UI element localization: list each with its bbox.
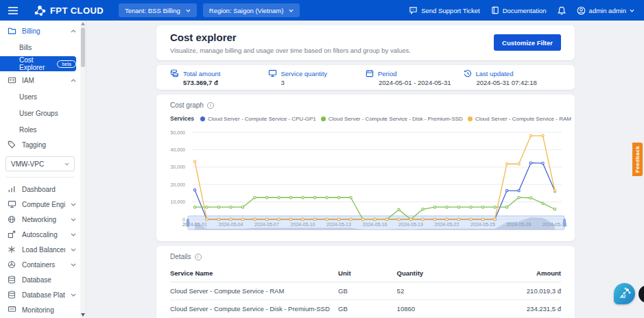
sidebar-item-containers[interactable]: Containers (0, 257, 80, 272)
networking-icon (7, 215, 16, 223)
last-updated-value: 2024-05-31 07:42:18 (464, 79, 562, 86)
summary-card: Total amount 573.369,7 đ Service quantit… (156, 65, 575, 90)
sidebar-item-database[interactable]: Database (0, 272, 80, 287)
svg-text:40,000: 40,000 (171, 147, 186, 152)
navbar-left: FPT CLOUD Tenant: BSS Billing Region: Sa… (0, 3, 300, 17)
sidebar-section-iam[interactable]: IAM (0, 73, 80, 88)
navbar-right: Send Support Ticket Documentation admin … (409, 6, 644, 15)
details-table: Service Name Unit Quantity Amount Cloud … (170, 265, 561, 318)
chevron-up-icon (71, 79, 76, 82)
table-row[interactable]: Cloud Server - Compute Service - Disk - … (170, 300, 561, 318)
chevron-down-icon (71, 218, 76, 221)
details-card: Details Service Name Unit Quantity Amoun… (156, 246, 575, 318)
legend-dot-yellow (468, 117, 473, 121)
sidebar-item-tagging[interactable]: Tagging (0, 137, 80, 152)
stat-period: Period 2024-05-01 - 2024-05-31 (366, 69, 464, 86)
support-ticket-icon (409, 6, 418, 14)
cost-graph-title-row: Cost graph (170, 101, 561, 109)
user-menu[interactable]: admin admin (577, 6, 634, 15)
svg-text:20,000: 20,000 (171, 182, 186, 187)
scroll-up-arrow[interactable] (81, 22, 85, 25)
stat-last-updated: Last updated 2024-05-31 07:42:18 (464, 69, 562, 86)
page-header-card: Cost explorer Visualize, manage billing … (156, 25, 575, 60)
table-row[interactable]: Cloud Server - Compute Service - RAM GB … (170, 282, 561, 300)
ai-molecule-icon: AI (618, 287, 632, 301)
chevron-down-icon (71, 233, 76, 236)
service-quantity-value: 3 (268, 79, 366, 86)
customize-filter-button[interactable]: Customize Filter (494, 34, 561, 51)
calendar-icon (366, 69, 374, 77)
user-name: admin admin (589, 7, 626, 14)
svg-text:50,000: 50,000 (171, 130, 186, 135)
coins-icon (170, 69, 179, 77)
region-selector[interactable]: Region: Saigon (Vietnam) (203, 3, 300, 17)
history-icon (464, 69, 472, 77)
sidebar-item-bills[interactable]: Bills (0, 40, 80, 55)
notifications-bell-icon[interactable] (558, 6, 566, 15)
sidebar-item-autoscaling[interactable]: Autoscaling (0, 227, 80, 242)
sidebar-item-load-balancer[interactable]: Load Balancer (0, 242, 80, 257)
sidebar-item-networking[interactable]: Networking (0, 212, 80, 227)
chevron-down-icon (71, 263, 76, 267)
containers-icon (7, 260, 16, 269)
top-navbar: FPT CLOUD Tenant: BSS Billing Region: Sa… (0, 0, 644, 21)
sidebar-item-dashboard[interactable]: Dashboard (0, 182, 80, 197)
legend-item-disk[interactable]: Cloud Server - Compute Service - Disk - … (321, 116, 463, 122)
period-value: 2024-05-01 - 2024-05-31 (366, 79, 464, 86)
load-balancer-icon (7, 245, 16, 254)
chevron-up-icon (71, 29, 76, 33)
stat-service-quantity: Service quantity 3 (268, 69, 366, 86)
sidebar-item-database-platform[interactable]: Database Platform (0, 287, 80, 302)
scrollbar-thumb[interactable] (81, 27, 85, 67)
total-amount-value: 573.369,7 đ (170, 79, 268, 86)
legend-item-cpu[interactable]: Cloud Server - Compute Service - CPU-GP1 (200, 116, 316, 122)
sidebar-item-roles[interactable]: Roles (0, 122, 80, 137)
col-service-name: Service Name (170, 265, 338, 282)
vpc-selector[interactable]: VMW-VPC (5, 156, 75, 171)
tenant-selector[interactable]: Tenant: BSS Billing (119, 3, 197, 17)
legend-dot-blue (200, 117, 205, 121)
legend-item-ram[interactable]: Cloud Server - Compute Service - RAM (468, 116, 571, 122)
compute-engine-icon (7, 200, 16, 208)
col-amount: Amount (483, 265, 561, 282)
send-support-ticket-link[interactable]: Send Support Ticket (409, 6, 480, 14)
user-avatar-icon (577, 6, 586, 15)
monitor-icon (268, 69, 277, 77)
ai-assistant-bubble[interactable]: AI (614, 283, 635, 304)
database-platform-icon (7, 291, 16, 299)
hamburger-menu-icon[interactable] (0, 7, 26, 14)
details-title: Details (170, 253, 191, 260)
chevron-down-icon (71, 248, 76, 252)
sidebar-item-user-groups[interactable]: User Groups (0, 106, 80, 121)
sidebar-divider (5, 177, 75, 178)
caret-down-icon (289, 9, 294, 12)
cost-line-chart[interactable]: 010,00020,00030,00040,00050,0002024-05-0… (156, 125, 575, 236)
autoscaling-icon (7, 230, 16, 238)
main-content: Cost explorer Visualize, manage billing … (156, 21, 575, 318)
sidebar-scrollbar[interactable] (80, 21, 86, 318)
sidebar-item-compute-engine[interactable]: Compute Engine (0, 197, 80, 212)
table-header-row: Service Name Unit Quantity Amount (170, 265, 561, 282)
billing-icon (7, 27, 16, 35)
sidebar: Billing Bills Cost Explorer beta IAM Use… (0, 21, 86, 318)
scroll-down-arrow[interactable] (81, 313, 85, 317)
info-icon[interactable] (207, 102, 214, 109)
cost-graph-card: Cost graph Services Cloud Server - Compu… (156, 95, 575, 241)
sidebar-item-cost-explorer[interactable]: Cost Explorer beta (0, 56, 76, 71)
tag-icon (7, 140, 16, 149)
feedback-tab[interactable]: Feedback (632, 143, 643, 176)
col-quantity: Quantity (397, 265, 483, 282)
details-title-row: Details (170, 253, 561, 260)
caret-down-icon (630, 9, 634, 12)
legend-dot-green (321, 117, 326, 121)
sidebar-item-users[interactable]: Users (0, 89, 80, 104)
sidebar-item-monitoring[interactable]: Monitoring (0, 302, 80, 317)
chevron-down-icon (71, 203, 76, 206)
caret-down-icon (64, 162, 69, 166)
documentation-link[interactable]: Documentation (491, 6, 547, 14)
edge-floating-button[interactable] (639, 285, 644, 303)
svg-text:30,000: 30,000 (171, 164, 186, 169)
fpt-cloud-logo[interactable]: FPT CLOUD (34, 5, 104, 16)
sidebar-section-billing[interactable]: Billing (0, 23, 80, 38)
info-icon[interactable] (195, 254, 202, 260)
